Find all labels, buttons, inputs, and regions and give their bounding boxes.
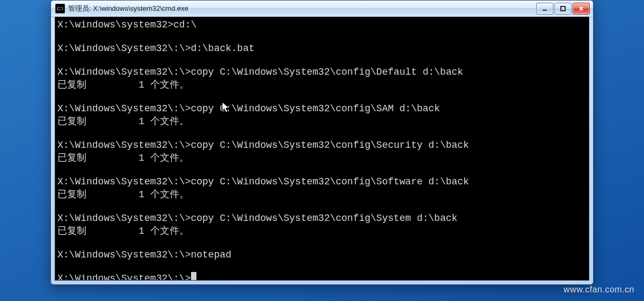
- terminal-command: X:\Windows\System32\:\>copy C:\Windows\S…: [57, 102, 586, 115]
- terminal-result: 已复制 1 个文件。: [57, 188, 586, 201]
- terminal-command: X:\Windows\System32\:\>notepad: [57, 248, 586, 261]
- terminal-command: X:\Windows\System32\:\>copy C:\Windows\S…: [57, 139, 586, 152]
- terminal-result: 已复制 1 个文件。: [57, 152, 586, 164]
- window-title: 管理员: X:\windows\system32\cmd.exe: [68, 4, 188, 13]
- terminal-prompt-line[interactable]: X:\Windows\System32\:\>: [57, 272, 586, 281]
- close-button[interactable]: [573, 3, 590, 15]
- terminal-command: X:\Windows\System32\:\>copy C:\Windows\S…: [57, 66, 586, 78]
- terminal-block: X:\Windows\System32\:\>copy C:\Windows\S…: [57, 66, 586, 91]
- terminal-command: X:\Windows\System32\:\>copy C:\Windows\S…: [57, 175, 586, 188]
- terminal-block: X:\Windows\System32\:\>copy C:\Windows\S…: [57, 175, 586, 201]
- terminal-block: X:\Windows\System32\:\>copy C:\Windows\S…: [57, 102, 586, 128]
- terminal-command: X:\Windows\System32\:\>d:\back.bat: [57, 42, 586, 55]
- terminal-cursor: [191, 272, 196, 281]
- desktop: C:\ 管理员: X:\windows\system32\cmd.exe X:\…: [0, 0, 644, 301]
- terminal-result: 已复制 1 个文件。: [57, 225, 586, 238]
- minimize-button[interactable]: [536, 3, 553, 15]
- svg-rect-1: [561, 6, 565, 11]
- terminal-block: X:\Windows\System32\:\>d:\back.bat: [57, 42, 586, 55]
- svg-rect-0: [543, 10, 547, 11]
- titlebar[interactable]: C:\ 管理员: X:\windows\system32\cmd.exe: [51, 1, 593, 17]
- terminal-result: 已复制 1 个文件。: [57, 115, 586, 128]
- cmd-icon: C:\: [55, 4, 65, 13]
- terminal-command: X:\Windows\System32\:\>copy C:\Windows\S…: [57, 212, 586, 225]
- terminal-block: X:\Windows\System32\:\>copy C:\Windows\S…: [57, 212, 586, 238]
- terminal-block: X:\windows\system32>cd:\: [57, 18, 586, 31]
- terminal-command: X:\windows\system32>cd:\: [57, 18, 586, 31]
- watermark: www.cfan.com.cn: [564, 285, 634, 295]
- window-buttons: [536, 3, 590, 15]
- terminal-result: 已复制 1 个文件。: [57, 78, 586, 91]
- cmd-window: C:\ 管理员: X:\windows\system32\cmd.exe X:\…: [50, 0, 594, 285]
- terminal-block: X:\Windows\System32\:\>notepad: [57, 248, 586, 261]
- terminal-block: X:\Windows\System32\:\>copy C:\Windows\S…: [57, 139, 586, 164]
- terminal-output: X:\windows\system32>cd:\X:\Windows\Syste…: [55, 17, 589, 281]
- maximize-button[interactable]: [554, 3, 572, 15]
- terminal-client[interactable]: X:\windows\system32>cd:\X:\Windows\Syste…: [55, 17, 589, 281]
- terminal-prompt: X:\Windows\System32\:\>: [57, 272, 191, 281]
